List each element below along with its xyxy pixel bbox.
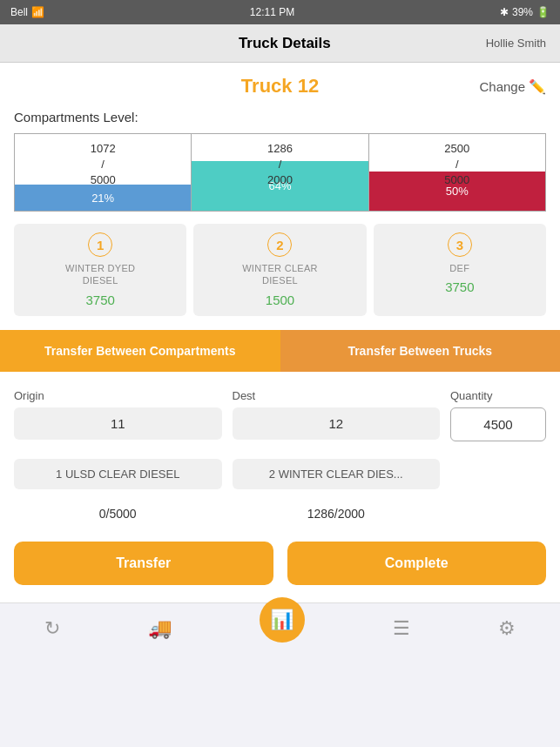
origin-group: Origin 11 bbox=[14, 389, 222, 440]
compartment-cards: 1 WINTER DYEDDIESEL 3750 2 WINTER CLEARD… bbox=[14, 224, 546, 316]
bottom-refresh[interactable]: ↻ bbox=[44, 617, 60, 640]
tab-transfer-trucks[interactable]: Transfer Between Trucks bbox=[280, 330, 561, 372]
tab-trucks-label: Transfer Between Trucks bbox=[347, 344, 492, 358]
time-label: 12:11 PM bbox=[250, 6, 294, 18]
list-icon: ☰ bbox=[393, 617, 410, 640]
transfer-section: Origin 11 Dest 12 Quantity 4500 1 ULSD C… bbox=[0, 372, 560, 602]
battery-label: 39% bbox=[512, 6, 533, 18]
truck-icon: 🚚 bbox=[148, 617, 172, 640]
origin-ratio-group: 0/5000 bbox=[14, 500, 222, 521]
comp-name-1: WINTER DYEDDIESEL bbox=[21, 262, 179, 287]
origin-input[interactable]: 11 bbox=[14, 407, 222, 440]
dest-product-group: 2 WINTER CLEAR DIES... bbox=[233, 452, 441, 489]
tabs: Transfer Between Compartments Transfer B… bbox=[0, 330, 560, 372]
dest-ratio-group: 1286/2000 bbox=[233, 500, 441, 521]
dest-product[interactable]: 2 WINTER CLEAR DIES... bbox=[233, 459, 441, 489]
gear-icon: ⚙ bbox=[498, 617, 516, 640]
complete-button[interactable]: Complete bbox=[287, 542, 547, 585]
comp-card-3: 3 DEF 3750 bbox=[374, 224, 546, 316]
bottom-list[interactable]: ☰ bbox=[393, 617, 410, 640]
compartments-label: Compartments Level: bbox=[14, 110, 546, 124]
battery-icon: 🔋 bbox=[536, 6, 550, 18]
bar-1-text: 1072/5000 bbox=[15, 141, 191, 189]
truck-title: Truck 12 bbox=[241, 75, 319, 98]
bar-3-text: 2500/5000 bbox=[369, 141, 545, 189]
bottom-bar: ↻ 🚚 📊 ☰ ⚙ bbox=[0, 602, 560, 655]
transfer-button[interactable]: Transfer bbox=[14, 542, 273, 585]
change-label: Change bbox=[479, 79, 525, 94]
transfer-row-3: 0/5000 1286/2000 bbox=[14, 500, 546, 521]
comp-number-3: 3 bbox=[448, 232, 472, 257]
origin-label: Origin bbox=[14, 389, 222, 402]
bar-2: 1286/2000 64% bbox=[192, 134, 368, 211]
bottom-gear[interactable]: ⚙ bbox=[498, 617, 516, 640]
bottom-chart[interactable]: 📊 bbox=[260, 615, 305, 643]
level-bars: 1072/5000 21% 1286/2000 64% 2500/5000 50… bbox=[14, 133, 546, 212]
bar-3: 2500/5000 50% bbox=[369, 134, 545, 211]
origin-product-group: 1 ULSD CLEAR DIESEL bbox=[14, 452, 222, 489]
bluetooth-icon: ✱ bbox=[500, 6, 509, 18]
dest-label: Dest bbox=[233, 389, 441, 402]
status-bar: Bell 📶 12:11 PM ✱ 39% 🔋 bbox=[0, 0, 560, 24]
nav-bar: Truck Details Hollie Smith bbox=[0, 24, 560, 63]
status-right: ✱ 39% 🔋 bbox=[500, 6, 550, 18]
origin-ratio: 0/5000 bbox=[14, 507, 222, 521]
dest-ratio: 1286/2000 bbox=[233, 507, 441, 521]
pencil-icon: ✏️ bbox=[529, 78, 546, 95]
nav-title: Truck Details bbox=[239, 35, 331, 52]
comp-card-1: 1 WINTER DYEDDIESEL 3750 bbox=[14, 224, 186, 316]
tab-transfer-compartments[interactable]: Transfer Between Compartments bbox=[0, 330, 280, 372]
comp-number-2: 2 bbox=[267, 232, 292, 257]
dest-input[interactable]: 12 bbox=[233, 407, 441, 440]
chart-icon: 📊 bbox=[270, 609, 293, 631]
chart-badge: 📊 bbox=[260, 597, 305, 643]
comp-value-2: 1500 bbox=[200, 293, 359, 307]
quantity-label: Quantity bbox=[450, 389, 546, 402]
bar-2-text: 1286/2000 bbox=[192, 141, 368, 189]
comp-value-3: 3750 bbox=[381, 279, 539, 294]
dest-group: Dest 12 bbox=[233, 389, 441, 440]
quantity-input[interactable]: 4500 bbox=[450, 407, 546, 441]
bottom-truck[interactable]: 🚚 bbox=[148, 617, 172, 640]
quantity-group: Quantity 4500 bbox=[450, 389, 546, 441]
transfer-row-2: 1 ULSD CLEAR DIESEL 2 WINTER CLEAR DIES.… bbox=[14, 452, 546, 489]
comp-card-2: 2 WINTER CLEARDIESEL 1500 bbox=[193, 224, 366, 316]
refresh-icon: ↻ bbox=[44, 617, 60, 640]
action-buttons: Transfer Complete bbox=[14, 542, 546, 585]
nav-user: Hollie Smith bbox=[486, 37, 546, 50]
tab-compartments-label: Transfer Between Compartments bbox=[44, 344, 235, 358]
comp-name-2: WINTER CLEARDIESEL bbox=[200, 262, 359, 287]
wifi-icon: 📶 bbox=[31, 6, 44, 18]
carrier-label: Bell bbox=[10, 6, 28, 18]
comp-name-3: DEF bbox=[381, 262, 539, 274]
origin-product[interactable]: 1 ULSD CLEAR DIESEL bbox=[14, 459, 222, 489]
truck-header: Truck 12 Change ✏️ bbox=[0, 63, 560, 110]
bar-1-pct: 21% bbox=[91, 192, 114, 205]
comp-number-1: 1 bbox=[88, 232, 112, 257]
change-button[interactable]: Change ✏️ bbox=[479, 78, 546, 95]
comp-value-1: 3750 bbox=[21, 293, 179, 307]
bar-1: 1072/5000 21% bbox=[15, 134, 192, 211]
transfer-row-1: Origin 11 Dest 12 Quantity 4500 bbox=[14, 389, 546, 441]
compartments-section: Compartments Level: 1072/5000 21% 1286/2… bbox=[0, 110, 560, 330]
status-left: Bell 📶 bbox=[10, 6, 44, 18]
